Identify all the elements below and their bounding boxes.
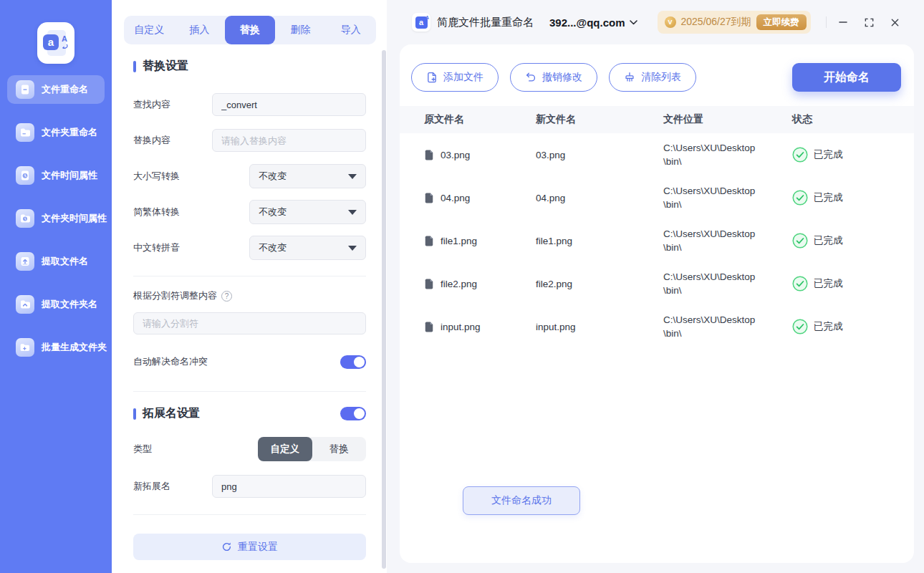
col-location: 文件位置 <box>663 113 792 126</box>
status-text: 已完成 <box>814 191 843 204</box>
tab-replace[interactable]: 替换 <box>225 16 275 44</box>
status-badge: 已完成 <box>792 147 914 163</box>
sidebar-item-label: 批量生成文件夹 <box>42 341 107 354</box>
file-list-card: 添加文件 撤销修改 清除列表 开始命名 原文件名 新文件名 文件位置 状态 <box>400 44 914 563</box>
add-files-button[interactable]: 添加文件 <box>411 63 499 92</box>
table-header: 原文件名 新文件名 文件位置 状态 <box>400 106 914 133</box>
new-filename: input.png <box>536 322 663 332</box>
sidebar-item-label: 文件夹重命名 <box>42 126 97 139</box>
original-filename: 03.png <box>441 150 470 160</box>
fullscreen-button[interactable] <box>860 13 878 32</box>
traditional-convert-label: 简繁体转换 <box>133 206 180 218</box>
file-icon <box>424 278 434 290</box>
help-icon[interactable]: ? <box>221 291 232 302</box>
sidebar-item-batch-create-folder[interactable]: 批量生成文件夹 <box>7 333 105 362</box>
tab-custom[interactable]: 自定义 <box>124 16 174 44</box>
file-time-icon <box>16 166 34 185</box>
splitter-label: 根据分割符调整内容 ? <box>133 289 232 302</box>
extension-toggle[interactable] <box>340 407 366 420</box>
replace-content-input[interactable] <box>212 129 366 152</box>
license-expiry: 2025/06/27到期 <box>681 16 751 29</box>
extension-section-title: 拓展名设置 <box>143 406 340 421</box>
toggle-knob <box>354 408 365 419</box>
status-badge: 已完成 <box>792 233 914 249</box>
traditional-convert-select[interactable]: 不改变 <box>249 200 366 224</box>
col-original-name: 原文件名 <box>424 113 536 126</box>
table-row[interactable]: input.png input.png C:\Users\XU\Desktop\… <box>400 305 914 348</box>
find-content-input[interactable] <box>212 93 366 116</box>
file-icon <box>424 192 434 204</box>
sidebar-item-folder-rename[interactable]: 文件夹重命名 <box>7 118 105 147</box>
undo-icon <box>525 72 536 83</box>
tab-insert[interactable]: 插入 <box>174 16 224 44</box>
renew-button[interactable]: 立即续费 <box>756 14 807 30</box>
file-location: C:\Users\XU\Desktop\bin\ <box>663 313 792 340</box>
close-button[interactable] <box>885 13 904 32</box>
account-dropdown[interactable]: 392...@qq.com <box>549 16 637 29</box>
splitter-label-row: 根据分割符调整内容 ? <box>133 289 366 302</box>
sidebar-item-file-time[interactable]: 文件时间属性 <box>7 161 105 190</box>
pinyin-convert-select[interactable]: 不改变 <box>249 236 366 260</box>
sidebar-item-label: 文件重命名 <box>42 83 88 96</box>
sidebar: a A 文件重命名 文件夹重命名 文件时间属性 <box>0 0 112 573</box>
status-text: 已完成 <box>814 320 843 333</box>
reset-settings-label: 重置设置 <box>238 541 278 554</box>
new-ext-input[interactable] <box>212 475 366 498</box>
case-convert-row: 大小写转换 不改变 <box>133 164 366 188</box>
ext-type-option-replace[interactable]: 替换 <box>312 437 367 461</box>
file-location: C:\Users\XU\Desktop\bin\ <box>663 141 792 168</box>
ext-type-row: 类型 自定义 替换 <box>133 437 366 461</box>
sidebar-item-extract-filename[interactable]: 提取文件名 <box>7 247 105 276</box>
new-filename: 04.png <box>536 193 663 203</box>
logo-letter: a <box>43 34 59 50</box>
replace-content-label: 替换内容 <box>133 134 170 147</box>
toggle-knob <box>354 357 365 367</box>
account-email: 392...@qq.com <box>549 16 625 29</box>
app-title: 简鹿文件批量重命名 <box>437 16 534 29</box>
check-circle-icon <box>792 233 808 249</box>
conflict-toggle[interactable] <box>340 355 366 369</box>
table-row[interactable]: 03.png 03.png C:\Users\XU\Desktop\bin\ 已… <box>400 133 914 176</box>
check-circle-icon <box>792 190 808 206</box>
minimize-icon <box>838 17 848 27</box>
table-row[interactable]: file2.png file2.png C:\Users\XU\Desktop\… <box>400 262 914 305</box>
scrollbar[interactable] <box>382 50 386 569</box>
file-icon <box>424 235 434 247</box>
sidebar-item-extract-foldername[interactable]: 提取文件夹名 <box>7 290 105 319</box>
new-filename: file1.png <box>536 236 663 246</box>
mode-tabbar: 自定义 插入 替换 删除 导入 <box>124 16 376 44</box>
file-location: C:\Users\XU\Desktop\bin\ <box>663 270 792 297</box>
table-row[interactable]: 04.png 04.png C:\Users\XU\Desktop\bin\ 已… <box>400 176 914 219</box>
file-toolbar: 添加文件 撤销修改 清除列表 开始命名 <box>400 44 914 92</box>
undo-button[interactable]: 撤销修改 <box>510 63 597 92</box>
close-icon <box>890 18 900 27</box>
file-location: C:\Users\XU\Desktop\bin\ <box>663 184 792 211</box>
splitter-input[interactable] <box>133 312 366 334</box>
divider <box>826 16 827 28</box>
col-status: 状态 <box>792 113 914 126</box>
reset-settings-button[interactable]: 重置设置 <box>133 534 366 560</box>
pinyin-convert-row: 中文转拼音 不改变 <box>133 236 366 260</box>
status-text: 已完成 <box>814 234 843 247</box>
sidebar-item-folder-time[interactable]: 文件夹时间属性 <box>7 204 105 233</box>
start-rename-button[interactable]: 开始命名 <box>792 63 901 92</box>
status-badge: 已完成 <box>792 190 914 206</box>
clear-list-button[interactable]: 清除列表 <box>609 63 696 92</box>
find-content-label: 查找内容 <box>133 98 170 111</box>
minimize-button[interactable] <box>834 13 852 32</box>
sidebar-item-file-rename[interactable]: 文件重命名 <box>7 75 105 104</box>
tab-delete[interactable]: 删除 <box>275 16 325 44</box>
section-accent-bar <box>133 61 136 72</box>
case-convert-value: 不改变 <box>259 170 287 183</box>
fullscreen-icon <box>864 17 875 28</box>
splitter-input-row <box>133 311 366 335</box>
table-row[interactable]: file1.png file1.png C:\Users\XU\Desktop\… <box>400 219 914 262</box>
ext-type-option-custom[interactable]: 自定义 <box>258 437 312 461</box>
app-mini-logo-icon: a A <box>412 13 430 32</box>
original-filename: file1.png <box>441 236 477 246</box>
tab-import[interactable]: 导入 <box>326 16 376 44</box>
chevron-down-icon <box>348 174 357 179</box>
case-convert-select[interactable]: 不改变 <box>249 164 366 188</box>
vip-medal-icon: V <box>665 16 676 28</box>
find-content-row: 查找内容 <box>133 92 366 117</box>
